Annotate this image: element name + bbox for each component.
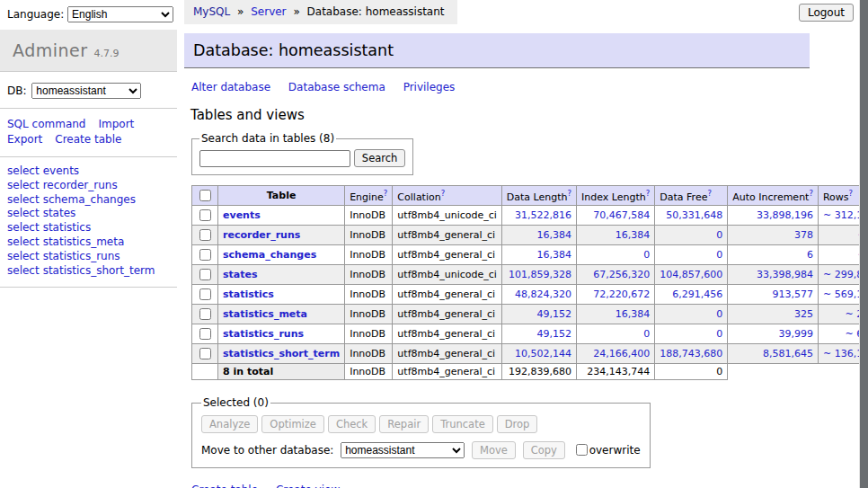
auto-increment-link[interactable]: 378 [794, 229, 813, 241]
data-free-link[interactable]: 6,291,456 [672, 288, 722, 300]
data-free-link[interactable]: 0 [716, 328, 722, 340]
alter-database-link[interactable]: Alter database [191, 81, 270, 93]
table-name-link[interactable]: schema_changes [43, 193, 136, 206]
row-checkbox[interactable] [199, 288, 211, 300]
auto-increment-link[interactable]: 325 [794, 308, 813, 320]
data-length-link[interactable]: 16,384 [537, 229, 572, 241]
logout-button[interactable]: Logout [799, 4, 854, 22]
auto-increment-link[interactable]: 39,999 [778, 328, 813, 340]
move-db-select[interactable]: homeassistant [341, 442, 465, 458]
check-button[interactable]: Check [328, 415, 376, 433]
data-free-link[interactable]: 0 [716, 249, 722, 261]
table-name-link[interactable]: states [43, 207, 76, 219]
index-length-link[interactable]: 72,220,672 [593, 288, 650, 300]
copy-button[interactable]: Copy [523, 441, 565, 459]
select-link[interactable]: select [7, 221, 40, 234]
breadcrumb-server-link[interactable]: Server [251, 5, 286, 18]
select-link[interactable]: select [7, 264, 40, 277]
language-select[interactable]: English [67, 6, 173, 22]
data-free-link[interactable]: 50,331,648 [666, 209, 722, 221]
analyze-button[interactable]: Analyze [201, 415, 258, 433]
hint-link[interactable]: ? [568, 189, 572, 198]
export-link[interactable]: Export [7, 133, 42, 146]
select-link[interactable]: select [7, 193, 40, 206]
table-name-link[interactable]: statistics_runs [43, 250, 120, 262]
index-length-link[interactable]: 0 [643, 328, 650, 340]
overwrite-checkbox[interactable] [576, 444, 588, 456]
table-name-link[interactable]: schema_changes [223, 249, 316, 261]
index-length-link[interactable]: 16,384 [616, 308, 651, 320]
data-free-link[interactable]: 0 [716, 229, 722, 241]
hint-link[interactable]: ? [441, 189, 446, 198]
select-link[interactable]: select [7, 207, 40, 219]
search-input[interactable] [199, 150, 350, 167]
row-checkbox[interactable] [199, 249, 211, 261]
select-link[interactable]: select [7, 179, 40, 191]
sql-command-link[interactable]: SQL command [7, 118, 85, 130]
select-link[interactable]: select [7, 235, 40, 248]
index-length-link[interactable]: 70,467,584 [593, 209, 650, 221]
index-length-link[interactable]: 16,384 [616, 229, 651, 241]
hint-link[interactable]: ? [849, 189, 854, 198]
hint-link[interactable]: ? [707, 189, 712, 198]
drop-button[interactable]: Drop [497, 415, 538, 433]
index-length-link[interactable]: 24,166,400 [593, 348, 650, 359]
breadcrumb-mysql-link[interactable]: MySQL [193, 5, 230, 18]
privileges-link[interactable]: Privileges [403, 81, 456, 93]
import-link[interactable]: Import [98, 118, 134, 130]
table-name-link[interactable]: events [223, 209, 261, 221]
data-length-link[interactable]: 10,502,144 [515, 348, 571, 359]
data-free-link[interactable]: 104,857,600 [660, 269, 722, 280]
truncate-button[interactable]: Truncate [432, 415, 493, 433]
db-select[interactable]: homeassistant [31, 83, 141, 99]
select-link[interactable]: select [7, 164, 40, 177]
table-name-link[interactable]: statistics_meta [223, 308, 307, 320]
data-length-link[interactable]: 31,522,816 [515, 209, 571, 221]
data-length-link[interactable]: 101,859,328 [509, 269, 571, 280]
table-name-link[interactable]: statistics [223, 288, 274, 300]
hint-link[interactable]: ? [809, 189, 813, 198]
table-name-link[interactable]: statistics_short_term [223, 348, 340, 359]
repair-button[interactable]: Repair [379, 415, 429, 433]
hint-link[interactable]: ? [384, 189, 388, 198]
create-view-link[interactable]: Create view [276, 484, 340, 488]
table-name-link[interactable]: states [223, 269, 258, 280]
create-table-link-sidebar[interactable]: Create table [55, 133, 121, 146]
create-table-link[interactable]: Create table [191, 484, 258, 488]
select-all-checkbox[interactable] [199, 190, 211, 201]
search-button[interactable]: Search [354, 149, 406, 167]
table-name-link[interactable]: recorder_runs [223, 229, 300, 241]
row-checkbox[interactable] [199, 229, 211, 241]
data-length-link[interactable]: 49,152 [537, 308, 572, 320]
database-schema-link[interactable]: Database schema [288, 81, 385, 93]
table-name-link[interactable]: events [43, 164, 79, 177]
move-button[interactable]: Move [472, 441, 516, 459]
data-length-link[interactable]: 48,824,320 [515, 288, 571, 300]
row-checkbox[interactable] [199, 209, 211, 221]
auto-increment-link[interactable]: 6 [807, 249, 813, 261]
data-length-link[interactable]: 49,152 [537, 328, 572, 340]
row-checkbox[interactable] [199, 348, 211, 359]
data-length-link[interactable]: 16,384 [537, 249, 572, 261]
data-free-link[interactable]: 188,743,680 [660, 348, 722, 359]
auto-increment-link[interactable]: 33,398,984 [757, 269, 813, 280]
table-name-link[interactable]: statistics [43, 221, 92, 234]
adminer-logo-text[interactable]: Adminer [13, 40, 88, 60]
table-name-link[interactable]: statistics_short_term [43, 264, 155, 277]
row-checkbox[interactable] [199, 308, 211, 320]
hint-link[interactable]: ? [646, 189, 651, 198]
table-name-link[interactable]: statistics_runs [223, 328, 304, 340]
auto-increment-link[interactable]: 8,581,645 [763, 348, 813, 359]
optimize-button[interactable]: Optimize [261, 415, 324, 433]
index-length-link[interactable]: 67,256,320 [593, 269, 650, 280]
row-checkbox[interactable] [199, 269, 211, 280]
index-length-link[interactable]: 0 [643, 249, 650, 261]
data-free-link[interactable]: 0 [716, 308, 722, 320]
auto-increment-link[interactable]: 33,898,196 [757, 209, 813, 221]
table-name-link[interactable]: statistics_meta [43, 235, 125, 248]
row-checkbox[interactable] [199, 328, 211, 340]
auto-increment-link[interactable]: 913,577 [772, 288, 813, 300]
vertical-scrollbar[interactable] [859, 0, 868, 488]
select-link[interactable]: select [7, 250, 40, 262]
table-name-link[interactable]: recorder_runs [43, 179, 118, 191]
